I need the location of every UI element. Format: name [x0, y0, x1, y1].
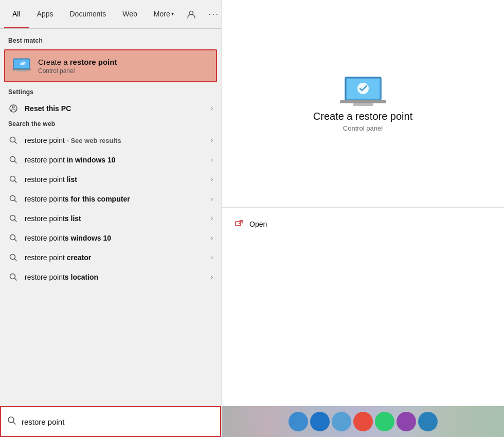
taskbar-icon-5[interactable]: [375, 412, 394, 431]
tab-apps[interactable]: Apps: [29, 0, 62, 28]
settings-label: Settings: [0, 86, 221, 99]
svg-line-21: [15, 259, 17, 261]
svg-line-13: [15, 181, 17, 183]
tab-documents[interactable]: Documents: [61, 0, 114, 28]
web-search-text-1: restore point in windows 10: [25, 156, 211, 164]
reset-pc-text: Reset this PC: [25, 104, 211, 113]
taskbar-icon-6[interactable]: [397, 412, 416, 431]
web-search-chevron-6: ›: [211, 254, 213, 261]
person-icon: [187, 10, 196, 19]
svg-line-23: [15, 279, 17, 281]
right-panel: Create a restore point Control panel Ope…: [221, 0, 504, 437]
web-search-text-3: restore points for this computer: [25, 195, 211, 203]
taskbar-icon-7[interactable]: [418, 412, 438, 431]
svg-rect-29: [353, 103, 373, 106]
web-search-item-4[interactable]: restore points list ›: [0, 209, 221, 228]
app-subtitle: Control panel: [343, 124, 383, 132]
main-container: All Apps Documents Web More ▾: [0, 0, 504, 437]
web-search-item-7[interactable]: restore points location ›: [0, 267, 221, 287]
tab-more[interactable]: More ▾: [146, 0, 182, 28]
web-search-item-6[interactable]: restore point creator ›: [0, 248, 221, 267]
web-search-chevron-3: ›: [211, 195, 213, 203]
search-icon-5: [8, 233, 19, 243]
best-match-item[interactable]: Create a restore point Control panel: [4, 49, 217, 82]
web-search-item-2[interactable]: restore point list ›: [0, 170, 221, 189]
svg-point-7: [12, 106, 14, 108]
web-search-chevron-2: ›: [211, 176, 213, 183]
svg-line-19: [15, 240, 17, 242]
svg-line-17: [15, 220, 17, 222]
search-icon-1: [8, 155, 19, 165]
control-panel-icon: [11, 56, 32, 76]
search-icon-6: [8, 252, 19, 263]
best-match-label: Best match: [0, 35, 221, 47]
web-search-text-5: restore points windows 10: [25, 234, 211, 242]
taskbar-icon-3[interactable]: [332, 412, 351, 431]
tabs-left: All Apps Documents Web More ▾: [4, 0, 182, 28]
search-bar-icon: [7, 416, 16, 427]
web-search-text-0: restore point - See web results: [25, 136, 211, 144]
search-bar[interactable]: [0, 406, 221, 437]
best-match-text: Create a restore point Control panel: [38, 58, 117, 75]
web-search-chevron-5: ›: [211, 234, 213, 242]
search-web-label: Search the web: [0, 118, 221, 131]
search-icon-3: [8, 194, 19, 204]
tabs-bar: All Apps Documents Web More ▾: [0, 0, 221, 29]
web-search-text-7: restore points location: [25, 273, 211, 281]
svg-rect-4: [12, 69, 31, 70]
web-search-chevron-4: ›: [211, 215, 213, 222]
web-search-item-3[interactable]: restore points for this computer ›: [0, 189, 221, 209]
svg-line-15: [15, 201, 17, 203]
svg-point-30: [357, 83, 369, 94]
app-large-icon: [340, 75, 386, 111]
reset-pc-chevron: ›: [211, 105, 213, 112]
search-icon-4: [8, 213, 19, 224]
web-search-text-6: restore point creator: [25, 253, 211, 262]
taskbar-icon-1[interactable]: [289, 412, 308, 431]
search-icon-0: [8, 135, 19, 145]
svg-line-25: [13, 422, 16, 425]
web-search-chevron-1: ›: [211, 156, 213, 163]
web-search-item-5[interactable]: restore points windows 10 ›: [0, 228, 221, 248]
search-icon-2: [8, 174, 19, 185]
taskbar-strip: [222, 406, 504, 437]
person-icon-button[interactable]: [182, 5, 201, 24]
web-search-item-0[interactable]: restore point - See web results ›: [0, 131, 221, 150]
web-search-item-1[interactable]: restore point in windows 10 ›: [0, 150, 221, 170]
svg-rect-28: [340, 100, 386, 103]
svg-rect-31: [236, 222, 241, 226]
settings-reset-item[interactable]: Reset this PC ›: [0, 99, 221, 118]
svg-rect-2: [14, 60, 29, 68]
app-title: Create a restore point: [313, 111, 412, 122]
svg-line-9: [15, 142, 17, 144]
tab-all[interactable]: All: [4, 0, 29, 28]
web-search-text-4: restore points list: [25, 214, 211, 223]
web-search-chevron-7: ›: [211, 274, 213, 281]
best-match-subtitle: Control panel: [38, 67, 117, 75]
more-dropdown-icon: ▾: [171, 11, 174, 16]
tabs-right-icons: ···: [182, 5, 223, 24]
more-options-button[interactable]: ···: [205, 5, 223, 24]
open-label: Open: [249, 220, 267, 228]
left-panel: All Apps Documents Web More ▾: [0, 0, 221, 437]
ellipsis-icon: ···: [208, 9, 219, 20]
taskbar-icon-4[interactable]: [353, 412, 373, 431]
search-input[interactable]: [22, 417, 214, 426]
results-content: Best match Create a restore point C: [0, 29, 221, 406]
tab-web[interactable]: Web: [114, 0, 146, 28]
taskbar-icon-2[interactable]: [310, 412, 330, 431]
open-icon: [234, 220, 244, 228]
app-detail-top: Create a restore point Control panel: [222, 0, 504, 208]
open-action[interactable]: Open: [234, 218, 492, 230]
web-search-text-2: restore point list: [25, 175, 211, 184]
app-actions: Open: [222, 208, 504, 241]
search-icon-7: [8, 272, 19, 282]
web-search-chevron-0: ›: [211, 137, 213, 144]
best-match-title: Create a restore point: [38, 58, 117, 66]
svg-rect-5: [16, 70, 27, 71]
reset-pc-icon: [8, 103, 19, 114]
svg-line-11: [15, 161, 17, 163]
